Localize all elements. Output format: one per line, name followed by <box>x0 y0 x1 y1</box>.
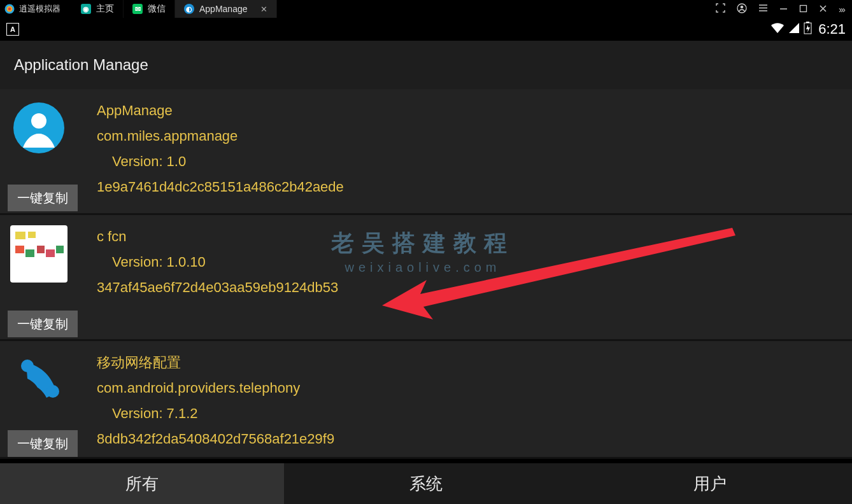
svg-point-19 <box>46 385 59 398</box>
wechat-icon: ✉ <box>132 4 143 14</box>
more-icon[interactable]: ››› <box>839 4 844 15</box>
svg-rect-5 <box>800 5 807 11</box>
minimize-icon[interactable] <box>779 4 788 15</box>
svg-point-9 <box>31 113 46 129</box>
svg-rect-12 <box>25 249 34 257</box>
bottom-nav: 所有 系统 用户 <box>0 463 852 504</box>
app-row[interactable]: 一键复制 c fcn Version: 1.0.10 347af45ae6f72… <box>0 215 852 341</box>
emulator-logo-icon <box>4 3 15 15</box>
app-name: 移动网络配置 <box>97 350 334 375</box>
window-close-icon[interactable] <box>819 4 827 15</box>
tab-home[interactable]: ◉ 主页 <box>72 0 124 18</box>
app-row[interactable]: 一键复制 移动网络配置 com.android.providers.teleph… <box>0 341 852 459</box>
account-icon[interactable] <box>737 3 747 15</box>
app-list: 一键复制 AppManage com.miles.appmanage Versi… <box>0 89 852 459</box>
menu-icon[interactable] <box>758 3 768 15</box>
tab-appmanage[interactable]: ◐ AppManage ✕ <box>175 0 277 18</box>
svg-rect-17 <box>28 232 36 238</box>
tab-label: 主页 <box>96 3 114 15</box>
app-row[interactable]: 一键复制 AppManage com.miles.appmanage Versi… <box>0 89 852 215</box>
window-controls: ››› <box>708 3 852 15</box>
app-icon <box>10 225 67 283</box>
app-signature: 1e9a7461d4dc2c85151a486c2b42aede <box>97 174 344 200</box>
tab-wechat[interactable]: ✉ 微信 <box>124 0 175 18</box>
appmanage-icon: ◐ <box>184 4 194 14</box>
tab-strip: ◉ 主页 ✉ 微信 ◐ AppManage ✕ <box>72 0 277 18</box>
svg-point-2 <box>8 8 11 11</box>
svg-rect-15 <box>56 246 64 253</box>
svg-rect-7 <box>806 22 809 23</box>
tab-label: AppManage <box>199 4 248 14</box>
emulator-title: 逍遥模拟器 <box>19 3 60 15</box>
app-signature: 8ddb342f2da5408402d7568af21e29f9 <box>97 426 334 452</box>
emulator-titlebar: 逍遥模拟器 ◉ 主页 ✉ 微信 ◐ AppManage ✕ ››› <box>0 0 852 18</box>
svg-rect-16 <box>15 232 25 239</box>
clock: 6:21 <box>818 21 846 38</box>
nav-all[interactable]: 所有 <box>0 463 284 504</box>
app-package: c fcn <box>97 224 338 249</box>
copy-button[interactable]: 一键复制 <box>8 430 78 457</box>
app-package: com.miles.appmanage <box>97 123 344 149</box>
signal-icon <box>788 22 800 37</box>
svg-point-4 <box>741 5 744 8</box>
app-badge-icon: A <box>6 23 19 36</box>
app-version: Version: 1.0.10 <box>97 249 338 275</box>
tab-label: 微信 <box>148 3 166 15</box>
app-name: AppManage <box>97 98 344 123</box>
app-icon <box>10 351 67 409</box>
svg-rect-14 <box>46 249 55 257</box>
app-version: Version: 1.0 <box>97 149 344 174</box>
copy-button[interactable]: 一键复制 <box>8 185 78 211</box>
android-statusbar: A 6:21 <box>0 18 852 41</box>
copy-button[interactable]: 一键复制 <box>8 311 78 337</box>
nav-system[interactable]: 系统 <box>284 463 568 504</box>
app-package: com.android.providers.telephony <box>97 375 334 401</box>
nav-user[interactable]: 用户 <box>568 463 852 504</box>
page-title: Application Manage <box>0 41 852 89</box>
close-icon[interactable]: ✕ <box>260 4 267 14</box>
wifi-icon <box>770 22 785 37</box>
fullscreen-icon[interactable] <box>716 3 725 15</box>
home-icon: ◉ <box>81 4 91 14</box>
app-icon <box>10 99 67 157</box>
app-version: Version: 7.1.2 <box>97 401 334 426</box>
app-signature: 347af45ae6f72d4e03aa59eb9124db53 <box>97 275 338 300</box>
svg-rect-13 <box>37 246 45 253</box>
battery-icon <box>804 22 812 38</box>
svg-rect-11 <box>15 246 24 253</box>
maximize-icon[interactable] <box>799 4 807 15</box>
svg-point-18 <box>21 360 34 372</box>
